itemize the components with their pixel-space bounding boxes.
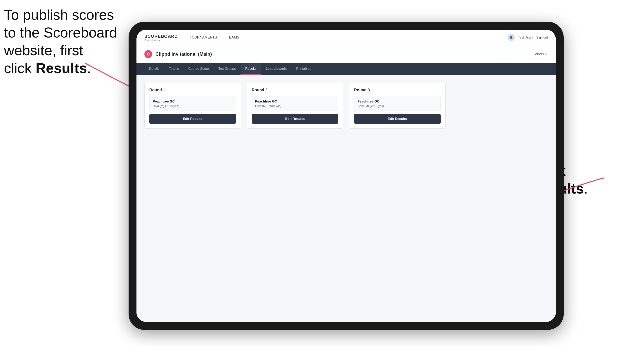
round-2-course-name: Peachtree GC	[255, 100, 335, 104]
sign-out-link[interactable]: Sign out	[536, 36, 548, 39]
cancel-button[interactable]: Cancel ✕	[533, 52, 548, 56]
tab-tee-groups-label: Tee Groups	[218, 67, 236, 71]
logo-text: SCOREBOARD	[144, 34, 178, 39]
instruction-line-1: To publish scores	[4, 7, 114, 23]
tournament-header: C Clippd Invitational (Main) Cancel ✕	[136, 45, 556, 63]
tab-details[interactable]: Details	[144, 63, 164, 75]
empty-column	[452, 83, 548, 129]
tablet-frame: SCOREBOARD Powered by clippd TOURNAMENTS…	[128, 22, 564, 330]
instruction-1: To publish scores to the Scoreboard webs…	[4, 6, 119, 77]
tab-tee-groups[interactable]: Tee Groups	[214, 63, 240, 75]
edit-results-button-3[interactable]: Edit Results	[354, 114, 441, 124]
round-3-course-card: Peachtree GC Gold (M) (7010 yds)	[354, 96, 441, 111]
tournament-name: Clippd Invitational (Main)	[156, 51, 212, 57]
tab-leaderboards-label: Leaderboards	[266, 67, 287, 71]
round-card-3: Round 3 Peachtree GC Gold (M) (7010 yds)…	[349, 83, 446, 129]
instruction-line-3: website, first	[4, 42, 83, 58]
round-3-course-details: Gold (M) (7010 yds)	[358, 104, 437, 108]
nav-teams[interactable]: TEAMS	[227, 35, 239, 39]
tab-course-setup[interactable]: Course Setup	[184, 63, 214, 75]
round-1-course-details: Gold (M) (7010 yds)	[153, 104, 232, 108]
round-card-1: Round 1 Peachtree GC Gold (M) (7010 yds)…	[144, 83, 241, 129]
tournament-icon: C	[144, 50, 152, 58]
round-3-course-name: Peachtree GC	[358, 100, 437, 104]
tablet-screen: SCOREBOARD Powered by clippd TOURNAMENTS…	[136, 30, 556, 322]
round-2-title: Round 2	[252, 88, 338, 92]
rounds-content: Round 1 Peachtree GC Gold (M) (7010 yds)…	[136, 75, 556, 322]
round-2-course-card: Peachtree GC Gold (M) (7010 yds)	[252, 96, 338, 111]
top-nav: SCOREBOARD Powered by clippd TOURNAMENTS…	[136, 30, 556, 45]
round-3-title: Round 3	[354, 88, 441, 92]
rounds-grid: Round 1 Peachtree GC Gold (M) (7010 yds)…	[144, 83, 548, 129]
edit-results-button-2[interactable]: Edit Results	[252, 114, 338, 124]
user-area: 👤 Test User | Sign out	[508, 34, 548, 41]
round-2-course-details: Gold (M) (7010 yds)	[255, 104, 335, 108]
tab-printables[interactable]: Printables	[292, 63, 316, 75]
instruction-line-4-prefix: click	[4, 60, 36, 76]
nav-links: TOURNAMENTS TEAMS	[190, 35, 508, 39]
tab-details-label: Details	[149, 67, 160, 71]
round-1-title: Round 1	[149, 88, 236, 92]
instruction-line-4-suffix: .	[87, 60, 91, 76]
cancel-x-icon: ✕	[545, 52, 548, 56]
powered-by-text: Powered by clippd	[144, 39, 178, 41]
instruction-results-bold: Results	[36, 60, 87, 76]
instruction-2-suffix: .	[584, 181, 588, 196]
tab-leaderboards[interactable]: Leaderboards	[261, 63, 292, 75]
tab-teams-label: Teams	[169, 67, 179, 71]
user-icon: 👤	[508, 34, 515, 41]
nav-tournaments[interactable]: TOURNAMENTS	[190, 35, 217, 39]
round-1-course-name: Peachtree GC	[153, 100, 232, 104]
content-area: C Clippd Invitational (Main) Cancel ✕ De…	[136, 45, 556, 322]
tab-printables-label: Printables	[296, 67, 311, 71]
tab-bar: Details Teams Course Setup Tee Groups Re…	[136, 63, 556, 75]
round-card-2: Round 2 Peachtree GC Gold (M) (7010 yds)…	[247, 83, 343, 129]
tab-course-setup-label: Course Setup	[188, 67, 209, 71]
round-1-course-card: Peachtree GC Gold (M) (7010 yds)	[149, 96, 236, 111]
tab-results[interactable]: Results	[240, 63, 261, 75]
user-name: Test User |	[518, 36, 533, 39]
instruction-line-2: to the Scoreboard	[4, 25, 117, 40]
logo-area: SCOREBOARD Powered by clippd	[144, 34, 178, 41]
cancel-label: Cancel	[533, 52, 544, 56]
tab-teams[interactable]: Teams	[164, 63, 184, 75]
tournament-title-row: C Clippd Invitational (Main)	[144, 50, 212, 58]
tab-results-label: Results	[245, 67, 256, 71]
edit-results-button-1[interactable]: Edit Results	[149, 114, 236, 124]
